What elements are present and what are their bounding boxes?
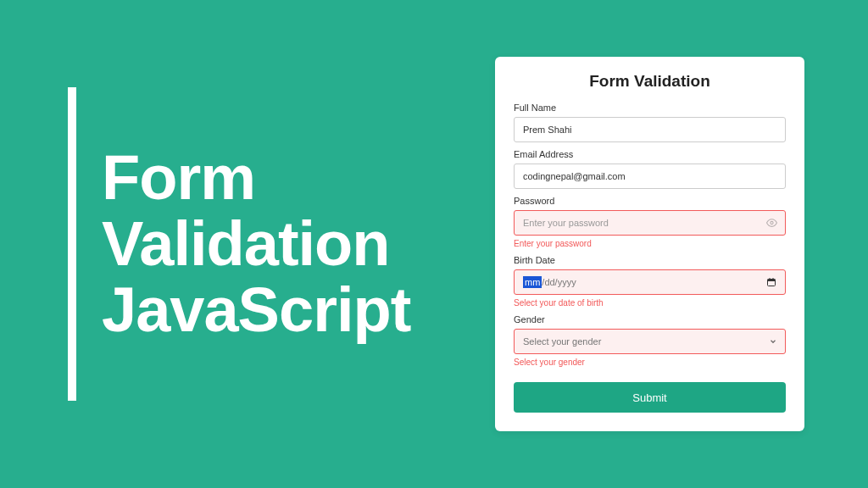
form-card: Form Validation Full Name Email Address … <box>495 57 804 431</box>
password-error: Enter your password <box>514 239 786 248</box>
submit-button[interactable]: Submit <box>514 382 786 413</box>
fullname-input[interactable] <box>514 117 786 142</box>
gender-error: Select your gender <box>514 358 786 367</box>
birthdate-label: Birth Date <box>514 255 786 265</box>
email-label: Email Address <box>514 149 786 159</box>
date-mm-segment[interactable]: mm <box>523 276 542 288</box>
birthdate-input[interactable]: mm /dd/yyyy <box>514 269 786 295</box>
gender-select[interactable]: Select your gender <box>514 329 786 354</box>
svg-point-0 <box>771 221 773 224</box>
gender-label: Gender <box>514 314 786 324</box>
email-input[interactable] <box>514 164 786 189</box>
eye-icon[interactable] <box>766 218 777 229</box>
password-label: Password <box>514 196 786 206</box>
date-rest-segment: /dd/yyyy <box>542 277 576 287</box>
page-headline: FormValidationJavaScript <box>102 145 410 342</box>
accent-bar <box>68 87 76 401</box>
birthdate-error: Select your date of birth <box>514 298 786 308</box>
svg-rect-2 <box>768 280 776 282</box>
chevron-down-icon <box>769 337 777 346</box>
password-input[interactable] <box>514 210 786 236</box>
form-title: Form Validation <box>514 72 786 91</box>
calendar-icon[interactable] <box>766 277 776 287</box>
fullname-label: Full Name <box>514 103 786 113</box>
